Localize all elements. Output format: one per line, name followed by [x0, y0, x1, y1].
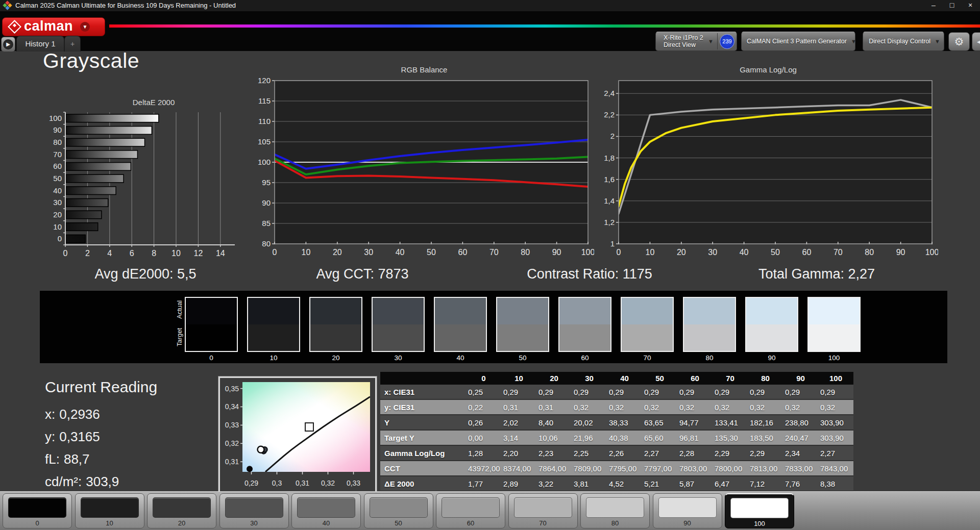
- meter-count-badge: 239: [720, 34, 734, 49]
- calman-logo-text: calman: [24, 18, 73, 34]
- svg-text:1,8: 1,8: [604, 154, 615, 162]
- table-cell: 0,32: [677, 399, 713, 415]
- svg-text:0,33: 0,33: [225, 421, 239, 429]
- play-arrow-icon: ▶: [3, 39, 13, 49]
- actual-row-label: Actual: [175, 296, 184, 323]
- table-cell: 2,89: [501, 476, 536, 491]
- svg-text:100: 100: [49, 114, 62, 122]
- svg-text:8: 8: [152, 249, 156, 258]
- maximize-button[interactable]: □: [943, 0, 961, 11]
- svg-text:85: 85: [262, 219, 271, 228]
- pattern-level-swatch: [81, 497, 139, 518]
- svg-text:0: 0: [273, 248, 277, 257]
- svg-text:0,34: 0,34: [225, 402, 239, 411]
- table-cell: 0,22: [466, 399, 501, 415]
- tab-scroll-button[interactable]: ▶: [1, 37, 15, 52]
- target-swatch: [435, 324, 486, 351]
- stat-contrast-ratio: Contrast Ratio: 1175: [495, 266, 684, 282]
- pattern-level-button-30[interactable]: 30: [219, 493, 289, 528]
- svg-text:0: 0: [58, 234, 62, 243]
- table-cell: 7803,00: [677, 461, 713, 476]
- swatch-box: [621, 297, 674, 352]
- page-title: Grayscale: [43, 49, 139, 73]
- pattern-level-button-70[interactable]: 70: [508, 493, 578, 528]
- table-cell: 2,34: [783, 445, 818, 461]
- table-column-header: 100: [818, 372, 853, 385]
- calman-diamond-icon: [8, 20, 21, 34]
- table-row-label: Gamma Log/Log: [380, 445, 466, 461]
- pattern-generator-dropdown[interactable]: CalMAN Client 3 Pattern Generator ▼: [741, 32, 855, 51]
- table-cell: 6,47: [713, 476, 748, 491]
- table-cell: 7,76: [783, 476, 818, 491]
- pattern-level-button-60[interactable]: 60: [436, 493, 505, 528]
- table-cell: 7864,00: [536, 461, 572, 476]
- table-cell: 0,31: [536, 399, 572, 415]
- measurement-table: 0102030405060708090100x: CIE310,250,290,…: [380, 372, 853, 492]
- svg-text:70: 70: [834, 248, 843, 257]
- settings-button[interactable]: ⚙: [948, 32, 970, 51]
- gear-icon: ⚙: [954, 36, 964, 48]
- swatch-box: [745, 297, 798, 352]
- swatch-level-label: 40: [434, 354, 487, 362]
- actual-swatch: [186, 298, 237, 324]
- pattern-level-button-0[interactable]: 0: [3, 493, 72, 528]
- table-cell: 2,29: [713, 445, 748, 461]
- table-column-header: 0: [466, 372, 501, 385]
- swatch-level-label: 100: [807, 354, 861, 362]
- gamma-chart-title: Gamma Log/Log: [598, 65, 938, 77]
- reading-cdm2: cd/m²:303,9: [45, 470, 157, 493]
- table-cell: 0,29: [536, 385, 572, 399]
- svg-text:0,31: 0,31: [296, 479, 309, 487]
- minimize-button[interactable]: –: [925, 0, 942, 11]
- table-cell: 7795,00: [607, 461, 642, 476]
- svg-text:80: 80: [262, 239, 271, 248]
- table-row-label: ΔE 2000: [380, 476, 466, 491]
- pattern-level-swatch: [8, 497, 66, 518]
- swatch-level-label: 60: [558, 354, 611, 362]
- svg-text:0: 0: [63, 249, 68, 258]
- panel-collapse-button[interactable]: ◀: [972, 32, 980, 51]
- close-button[interactable]: ×: [962, 0, 979, 11]
- calman-menu-button[interactable]: calman ▼: [2, 17, 105, 36]
- swatch-box: [683, 297, 736, 352]
- svg-text:100: 100: [925, 248, 938, 257]
- display-control-dropdown[interactable]: Direct Display Control ▼: [863, 32, 944, 51]
- table-cell: 4,52: [607, 476, 642, 491]
- table-cell: 0,00: [466, 430, 501, 445]
- pattern-level-button-90[interactable]: 90: [653, 493, 722, 528]
- pattern-level-button-50[interactable]: 50: [364, 493, 433, 528]
- grayscale-swatch-20: 20: [309, 291, 362, 362]
- svg-text:1,4: 1,4: [604, 196, 615, 205]
- grayscale-swatch-80: 80: [683, 291, 736, 362]
- pattern-level-swatch: [586, 497, 644, 518]
- pattern-level-button-10[interactable]: 10: [75, 493, 144, 528]
- pattern-level-button-100[interactable]: 100: [725, 493, 794, 528]
- table-cell: 2,26: [607, 445, 642, 461]
- table-row-label: Y: [380, 415, 466, 430]
- pattern-level-label: 100: [725, 520, 794, 527]
- grayscale-swatch-strip: Actual Target 0102030405060708090100: [40, 291, 947, 363]
- table-cell: 2,23: [536, 445, 572, 461]
- svg-text:40: 40: [396, 248, 405, 257]
- svg-text:30: 30: [53, 198, 62, 207]
- pattern-level-button-40[interactable]: 40: [291, 493, 361, 528]
- table-cell: 2,29: [748, 445, 783, 461]
- svg-text:0,35: 0,35: [225, 385, 239, 393]
- pattern-level-label: 50: [364, 519, 433, 527]
- grayscale-swatch-0: 0: [185, 291, 238, 362]
- table-cell: 3,22: [536, 476, 572, 491]
- grayscale-swatch-70: 70: [621, 291, 674, 362]
- table-cell: 0,29: [642, 385, 677, 399]
- window-title: Calman 2025 Calman Ultimate for Business…: [15, 2, 236, 9]
- pattern-level-button-80[interactable]: 80: [580, 493, 650, 528]
- actual-swatch: [808, 298, 860, 324]
- table-cell: 0,29: [713, 385, 748, 399]
- meter-dropdown[interactable]: X-Rite i1Pro 2 Direct View ▼ 239: [655, 32, 737, 51]
- table-cell: 7833,00: [783, 461, 818, 476]
- pattern-level-swatch: [153, 497, 211, 518]
- pattern-level-button-20[interactable]: 20: [147, 493, 216, 528]
- svg-text:80: 80: [865, 248, 874, 257]
- svg-text:30: 30: [708, 248, 717, 257]
- table-cell: 38,33: [607, 415, 642, 430]
- svg-text:100: 100: [581, 248, 594, 257]
